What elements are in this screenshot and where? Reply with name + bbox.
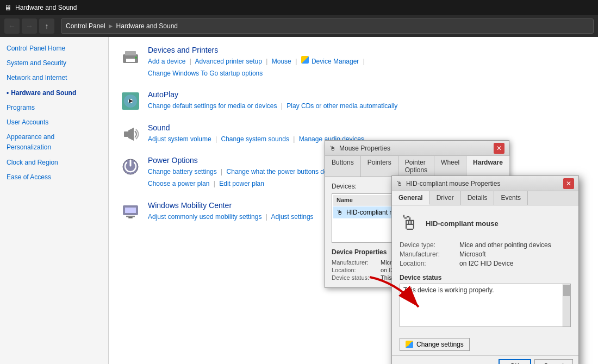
svg-rect-1 <box>125 51 136 55</box>
shield-icon <box>301 56 309 64</box>
mouse-properties-titlebar: 🖱 Mouse Properties ✕ <box>325 141 509 156</box>
forward-button[interactable]: → <box>22 18 37 34</box>
link-adjust-settings[interactable]: Adjust settings <box>271 213 314 221</box>
link-adjust-mobility[interactable]: Adjust commonly used mobility settings <box>148 213 261 221</box>
autoplay-title[interactable]: AutoPlay <box>148 90 397 99</box>
hid-dialog-icon: 🖱 <box>396 180 403 187</box>
link-change-sounds[interactable]: Change system sounds <box>221 135 289 143</box>
mouse-dialog-title: Mouse Properties <box>339 145 390 152</box>
manufacturer-label: Manufacturer: <box>332 259 381 266</box>
hid-location-label: Location: <box>400 260 459 267</box>
link-device-manager[interactable]: Device Manager <box>312 58 359 65</box>
mouse-dialog-tabs: Buttons Pointers Pointer Options Wheel H… <box>325 156 509 177</box>
tab-details[interactable]: Details <box>461 191 495 205</box>
tab-events[interactable]: Events <box>494 191 528 205</box>
svg-rect-15 <box>128 217 133 218</box>
link-play-cds[interactable]: Play CDs or other media automatically <box>286 102 397 110</box>
titlebar: 🖥 Hardware and Sound <box>0 0 598 15</box>
sound-icon <box>120 123 141 145</box>
sidebar-item-hardware-sound[interactable]: Hardware and Sound <box>0 86 108 101</box>
link-edit-power-plan[interactable]: Edit power plan <box>219 180 264 187</box>
windows-mobility-icon <box>120 201 141 223</box>
hid-dialog-title: HID-compliant mouse Properties <box>406 180 500 187</box>
hid-device-status-box: This device is working properly. <box>400 284 571 327</box>
tab-driver[interactable]: Driver <box>430 191 461 205</box>
ok-button[interactable]: OK <box>499 359 531 364</box>
change-settings-label: Change settings <box>416 341 464 348</box>
sound-title[interactable]: Sound <box>148 123 364 132</box>
svg-point-3 <box>135 57 137 59</box>
hid-device-type-label: Device type: <box>400 241 459 249</box>
devices-printers-links: Add a device | Advanced printer setup | … <box>148 56 367 79</box>
change-settings-button[interactable]: Change settings <box>400 338 470 351</box>
scrollbar-thumb <box>563 285 571 296</box>
svg-marker-9 <box>128 128 134 141</box>
category-autoplay: AutoPlay Change default settings for med… <box>120 90 587 112</box>
sidebar-item-network-internet[interactable]: Network and Internet <box>0 71 108 85</box>
titlebar-icon: 🖥 <box>4 3 12 12</box>
navbar: ← → ↑ Control Panel ► Hardware and Sound <box>0 15 598 37</box>
device-row-icon: 🖱 <box>337 209 343 216</box>
sidebar-item-system-security[interactable]: System and Security <box>0 56 108 71</box>
hid-dialog-body: 🖱 HID-compliant mouse Device type: Mice … <box>392 205 578 334</box>
hid-dialog-footer-buttons: Change settings <box>392 334 578 355</box>
hid-manufacturer-label: Manufacturer: <box>400 250 459 258</box>
location-label: Location: <box>332 267 381 273</box>
link-choose-power-plan[interactable]: Choose a power plan <box>148 180 209 187</box>
hid-device-status-title: Device status <box>400 274 571 281</box>
hid-dialog-ok-cancel: OK Cancel <box>392 355 578 364</box>
address-part-1: Control Panel <box>66 22 105 30</box>
autoplay-content: AutoPlay Change default settings for med… <box>148 90 397 112</box>
link-change-default-media[interactable]: Change default settings for media or dev… <box>148 102 277 110</box>
sidebar-item-appearance[interactable]: Appearance andPersonalization <box>0 130 108 155</box>
link-adjust-volume[interactable]: Adjust system volume <box>148 135 211 143</box>
hid-device-status-text: This device is working properly. <box>403 286 494 294</box>
link-windows-to-go[interactable]: Change Windows To Go startup options <box>148 70 263 77</box>
devices-printers-content: Devices and Printers Add a device | Adva… <box>148 46 367 79</box>
hid-mouse-icon: 🖱 <box>400 212 419 235</box>
tab-hardware[interactable]: Hardware <box>466 156 510 177</box>
sidebar-item-programs[interactable]: Programs <box>0 101 108 115</box>
hid-titlebar: 🖱 HID-compliant mouse Properties ✕ <box>392 176 578 191</box>
address-bar: Control Panel ► Hardware and Sound <box>61 18 594 34</box>
windows-mobility-links: Adjust commonly used mobility settings |… <box>148 211 314 223</box>
link-mouse[interactable]: Mouse <box>272 58 291 65</box>
up-button[interactable]: ↑ <box>39 18 54 34</box>
back-button[interactable]: ← <box>4 18 20 34</box>
sidebar-item-ease-of-access[interactable]: Ease of Access <box>0 170 108 185</box>
hid-device-header: 🖱 HID-compliant mouse <box>400 212 571 235</box>
link-change-power-buttons[interactable]: Change what the power buttons do <box>227 168 328 175</box>
link-advanced-printer[interactable]: Advanced printer setup <box>195 58 262 65</box>
tab-wheel[interactable]: Wheel <box>434 156 466 177</box>
change-settings-shield-icon <box>406 341 413 348</box>
tab-general[interactable]: General <box>392 191 430 205</box>
svg-rect-8 <box>124 131 128 137</box>
link-add-device[interactable]: Add a device <box>148 58 185 65</box>
sidebar-item-control-panel-home[interactable]: Control Panel Home <box>0 41 108 56</box>
hid-device-status-section: Device status This device is working pro… <box>400 274 571 327</box>
hid-info-grid: Device type: Mice and other pointing dev… <box>400 241 571 267</box>
autoplay-icon <box>120 90 141 112</box>
link-change-battery[interactable]: Change battery settings <box>148 168 217 175</box>
sidebar-item-clock-region[interactable]: Clock and Region <box>0 155 108 170</box>
power-options-icon <box>120 156 141 178</box>
cancel-button[interactable]: Cancel <box>534 359 573 364</box>
tab-buttons[interactable]: Buttons <box>325 156 361 177</box>
mouse-dialog-icon: 🖱 <box>329 145 336 152</box>
hid-status-scrollbar[interactable] <box>563 284 570 327</box>
category-devices-printers: Devices and Printers Add a device | Adva… <box>120 46 587 79</box>
hid-device-name: HID-compliant mouse <box>426 219 499 228</box>
devices-printers-title[interactable]: Devices and Printers <box>148 46 367 54</box>
tab-pointers[interactable]: Pointers <box>361 156 398 177</box>
titlebar-title: Hardware and Sound <box>15 4 77 11</box>
windows-mobility-content: Windows Mobility Center Adjust commonly … <box>148 201 314 223</box>
tab-pointer-options[interactable]: Pointer Options <box>398 156 434 177</box>
devices-printers-icon <box>120 46 141 67</box>
hid-manufacturer-value: Microsoft <box>459 250 571 258</box>
windows-mobility-title[interactable]: Windows Mobility Center <box>148 201 314 210</box>
mouse-dialog-close-button[interactable]: ✕ <box>494 143 504 154</box>
hid-properties-dialog: 🖱 HID-compliant mouse Properties ✕ Gener… <box>391 175 579 364</box>
sidebar-item-user-accounts[interactable]: User Accounts <box>0 115 108 130</box>
hid-device-type-value: Mice and other pointing devices <box>459 241 571 249</box>
hid-dialog-close-button[interactable]: ✕ <box>563 178 574 189</box>
